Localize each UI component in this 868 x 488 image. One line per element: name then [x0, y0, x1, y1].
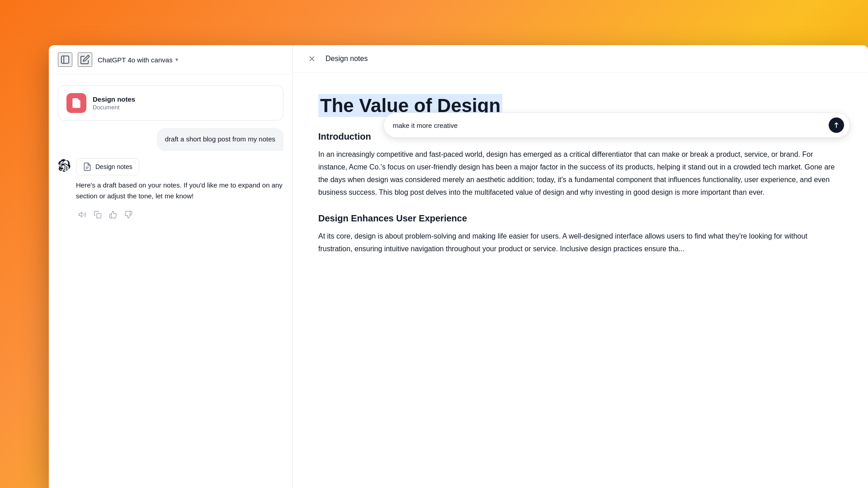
- doc-chip-label: Design notes: [95, 163, 132, 170]
- svg-rect-7: [97, 214, 101, 218]
- chat-panel: ChatGPT 4o with canvas ▾ Design notes: [49, 45, 293, 488]
- canvas-panel: Design notes The Value of Design Introdu…: [293, 45, 868, 488]
- inline-send-button[interactable]: [829, 117, 844, 133]
- audio-button[interactable]: [76, 208, 89, 221]
- copy-button[interactable]: [91, 208, 104, 221]
- document-card-info: Design notes Document: [93, 95, 135, 111]
- svg-rect-0: [61, 56, 69, 64]
- main-window: ChatGPT 4o with canvas ▾ Design notes: [49, 45, 868, 488]
- inline-edit-container: [383, 113, 850, 138]
- ai-response-text: Here's a draft based on your notes. If y…: [76, 180, 283, 202]
- ai-action-buttons: [76, 208, 283, 221]
- canvas-content[interactable]: The Value of Design Introduction In an i…: [293, 73, 868, 488]
- compose-button[interactable]: [78, 52, 92, 67]
- design-notes-chip[interactable]: Design notes: [76, 158, 139, 175]
- document-card-icon: [66, 93, 86, 113]
- thumbs-up-button[interactable]: [107, 208, 119, 221]
- ai-response-row: Design notes Here's a draft based on you…: [58, 158, 283, 221]
- ai-avatar: [58, 159, 71, 172]
- model-selector[interactable]: ChatGPT 4o with canvas ▾: [98, 56, 178, 64]
- ai-response-content: Design notes Here's a draft based on you…: [76, 158, 283, 221]
- svg-marker-6: [79, 212, 82, 217]
- canvas-title: Design notes: [326, 55, 368, 63]
- sidebar-toggle-button[interactable]: [58, 52, 72, 67]
- chevron-down-icon: ▾: [175, 56, 178, 63]
- canvas-header: Design notes: [293, 45, 868, 73]
- thumbs-down-button[interactable]: [122, 208, 135, 221]
- file-icon: [71, 97, 82, 109]
- intro-text: In an increasingly competitive and fast-…: [318, 148, 843, 199]
- document-card-title: Design notes: [93, 95, 135, 103]
- section1-heading: Design Enhances User Experience: [318, 213, 843, 224]
- user-message: draft a short blog post from my notes: [157, 128, 283, 151]
- user-message-text: draft a short blog post from my notes: [165, 135, 275, 143]
- chat-header: ChatGPT 4o with canvas ▾: [49, 45, 292, 75]
- section1-text: At its core, design is about problem-sol…: [318, 230, 843, 255]
- canvas-close-button[interactable]: [306, 52, 318, 65]
- chat-messages: Design notes Document draft a short blog…: [49, 75, 292, 488]
- inline-edit-input[interactable]: [393, 122, 824, 129]
- doc-chip-icon: [83, 162, 92, 171]
- document-card[interactable]: Design notes Document: [58, 85, 283, 121]
- model-title: ChatGPT 4o with canvas: [98, 56, 173, 64]
- document-card-subtitle: Document: [93, 104, 135, 111]
